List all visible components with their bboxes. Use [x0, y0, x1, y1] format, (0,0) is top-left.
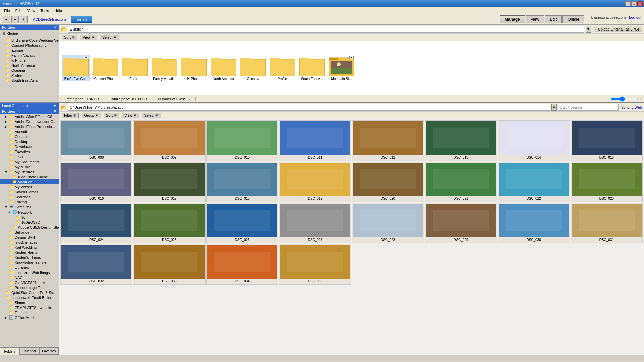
photo-cell[interactable]: ⊞ DSC_035	[279, 244, 351, 285]
nav-back-button[interactable]: ◄	[3, 16, 10, 23]
photo-cell[interactable]: DSC_018	[206, 162, 278, 202]
lower-tree-myvideos[interactable]: 📁My Videos	[0, 184, 59, 189]
lower-tree-100eos7d[interactable]: 📁100EOS7D	[0, 220, 59, 225]
upper-path-dropdown[interactable]: ▼	[586, 26, 591, 33]
lower-tree-mymusic[interactable]: 📁My Music	[0, 164, 59, 169]
upper-select-button[interactable]: Select▼	[100, 35, 119, 40]
photo-cell[interactable]: ● DSC_011	[279, 120, 351, 161]
photo-cell[interactable]: ⊞ DSC_033	[133, 244, 205, 285]
photo-cell[interactable]: DSC_015	[571, 120, 643, 161]
lower-search-box[interactable]: Quick Search	[558, 104, 619, 111]
lower-sort-button[interactable]: Sort▼	[104, 113, 119, 118]
lower-tree-contacts[interactable]: 📁Contacts	[0, 134, 59, 139]
lower-select-button[interactable]: Select▼	[142, 113, 161, 118]
lower-tree-nags[interactable]: 📁NAGs	[0, 275, 59, 280]
lower-tree-behance[interactable]: 📁Behance	[0, 230, 59, 235]
lower-tree-istock[interactable]: 📁istock-images	[0, 240, 59, 245]
lower-tree-savedgames[interactable]: 📁Saved Games	[0, 189, 59, 194]
menu-view[interactable]: View	[24, 8, 38, 13]
menu-tools[interactable]: Tools	[38, 8, 52, 13]
lower-tree-computer[interactable]: ▼💻Computer	[0, 204, 59, 209]
acdsee-online-link[interactable]: ACDSeeOnline.com	[33, 17, 66, 21]
upper-folder-item[interactable]: Europe	[121, 55, 149, 81]
lower-tree-aftereffects[interactable]: ▶📁Adobe After Effects CS...	[0, 114, 59, 119]
lower-folders-close[interactable]: ✕	[54, 109, 57, 113]
photo-cell[interactable]: ⊞ DSC_016	[60, 162, 132, 202]
tab-folders[interactable]: Folders	[0, 348, 19, 355]
menu-edit[interactable]: Edit	[13, 8, 24, 13]
photo-cell[interactable]: DSC_009	[133, 120, 205, 161]
upload-original-button[interactable]: Upload Original (as JPG)	[595, 26, 642, 32]
lower-tree-adobecs5[interactable]: 📁Adobe CS5.5 Design Stan...	[0, 225, 59, 230]
lower-tree-flash[interactable]: ▶📁Adobe Flash Professio...	[0, 124, 59, 129]
sync-to-web-link[interactable]: Sync to Web	[621, 105, 642, 109]
upper-folder-item[interactable]: ⊞ Bird's Eye Co...	[62, 55, 90, 81]
photo-cell[interactable]: 3 ⊞ DSC_008	[60, 120, 132, 161]
photo-cell[interactable]: ⊞ DSC_017	[133, 162, 205, 202]
group-button[interactable]: Group▼	[82, 113, 101, 118]
photo-cell[interactable]: ⊞ DSC_030	[498, 203, 570, 243]
lower-tree-tracing[interactable]: 📁Tracing	[0, 199, 59, 204]
photo-cell[interactable]: ⊞ DSC_034	[206, 244, 278, 285]
manage-mode-button[interactable]: Manage	[500, 15, 525, 23]
lower-tree-simon[interactable]: 📁Simon	[0, 300, 59, 305]
lower-tree-mypictures[interactable]: ▼📁My Pictures	[0, 169, 59, 174]
lower-tree-localized[interactable]: 📁Localized Web things	[0, 270, 59, 275]
tab-calendar[interactable]: Calendar	[19, 348, 39, 355]
upper-tree-europe[interactable]: 📁Europe	[0, 48, 59, 53]
photo-cell[interactable]: 4 ⊞ DSC_025	[133, 203, 205, 243]
photo-cell[interactable]: ⊞ DSC_032	[60, 244, 132, 285]
lower-tree-ipod[interactable]: 📁iPod Photo Cache	[0, 174, 59, 179]
photo-cell[interactable]: 3 ⊞ ✓ DSC_013	[425, 120, 497, 161]
maximize-button[interactable]: □	[631, 1, 637, 6]
upper-folder-item[interactable]: Oceania	[239, 55, 267, 81]
upper-tree-profile[interactable]: 📁Profile	[0, 73, 59, 78]
kirsten-root-item[interactable]: 🖥 Kirsten	[0, 30, 59, 37]
lower-tree-quickstart[interactable]: 📁QuickStartGuide-Pro5-Std...	[0, 290, 59, 295]
tab-favorites[interactable]: Favorites	[39, 348, 59, 355]
menu-help[interactable]: Help	[52, 8, 65, 13]
upper-folder-item[interactable]: Concert Phot...	[91, 55, 119, 81]
lower-tree-aunsoft[interactable]: 📁Aunsoft	[0, 129, 59, 134]
nav-forward-button[interactable]: ►	[11, 16, 19, 23]
photo-cell[interactable]: ⊞ DSC_029	[425, 203, 497, 243]
lower-tree-searches[interactable]: 📁Searches	[0, 194, 59, 199]
upper-folders-close[interactable]: ✕	[54, 26, 57, 29]
lower-tree-network[interactable]: ▼🌐Network	[0, 209, 59, 215]
photo-cell[interactable]: 5 ⊞ DSC_012	[352, 120, 424, 161]
lower-tree-90[interactable]: 📁90	[0, 215, 59, 220]
upper-view-button[interactable]: View▼	[80, 35, 97, 40]
upper-tree-concert[interactable]: 📁Concert Photography	[0, 43, 59, 48]
lower-tree-desktop[interactable]: 📁Desktop	[0, 139, 59, 144]
lower-tree-toolbox[interactable]: 📁Toolbox	[0, 310, 59, 315]
close-button[interactable]: ✕	[637, 1, 643, 6]
lower-tree-designsvn[interactable]: 📁Design SVN	[0, 235, 59, 240]
minimize-button[interactable]: _	[625, 1, 631, 6]
photo-cell[interactable]: ● DSC_027	[279, 203, 351, 243]
upper-tree-oceania[interactable]: 📁Oceania	[0, 68, 59, 73]
lower-tree-links[interactable]: 📁Links	[0, 154, 59, 159]
upper-folder-item[interactable]: South East A...	[298, 55, 326, 81]
upper-tree-northamerica[interactable]: 📁North America	[0, 63, 59, 68]
lower-view-button[interactable]: View▼	[122, 113, 139, 118]
lower-path-text[interactable]: C:\Users\kharris\Pictures\Vacation	[68, 104, 550, 111]
upper-tree-southeast[interactable]: 📁South East Asia	[0, 78, 59, 83]
upper-folder-item[interactable]: K-Phone	[180, 55, 208, 81]
lower-path-dropdown[interactable]: ▼	[551, 104, 557, 111]
upper-tree-kphone[interactable]: 📁K-Phone	[0, 58, 59, 63]
photo-cell[interactable]: ⊞ DSC_021	[425, 162, 497, 202]
upper-folder-item[interactable]: North America	[209, 55, 237, 81]
nav-up-button[interactable]: ▲	[20, 16, 28, 23]
lower-tree-knowledge[interactable]: 📁Knowledge Transfer	[0, 260, 59, 265]
photo-cell[interactable]: ⊞ DSC_022	[498, 162, 570, 202]
lower-tree-downloads[interactable]: 📁Downloads	[0, 144, 59, 149]
lower-tree-preset[interactable]: 📁Preset Image Tests	[0, 285, 59, 290]
lower-tree-libraries[interactable]: 📁Libraries	[0, 265, 59, 270]
upper-sort-button[interactable]: Sort▼	[62, 35, 77, 40]
upper-folder-item[interactable]: Family Vacati...	[150, 55, 178, 81]
online-mode-button[interactable]: Online	[562, 15, 584, 23]
logout-link[interactable]: Log out	[629, 15, 641, 23]
local-computer-dropdown[interactable]: ▼	[53, 104, 57, 108]
lower-tree-favorites[interactable]: 📁Favorites	[0, 149, 59, 154]
filter-button[interactable]: Filter▼	[62, 113, 79, 118]
